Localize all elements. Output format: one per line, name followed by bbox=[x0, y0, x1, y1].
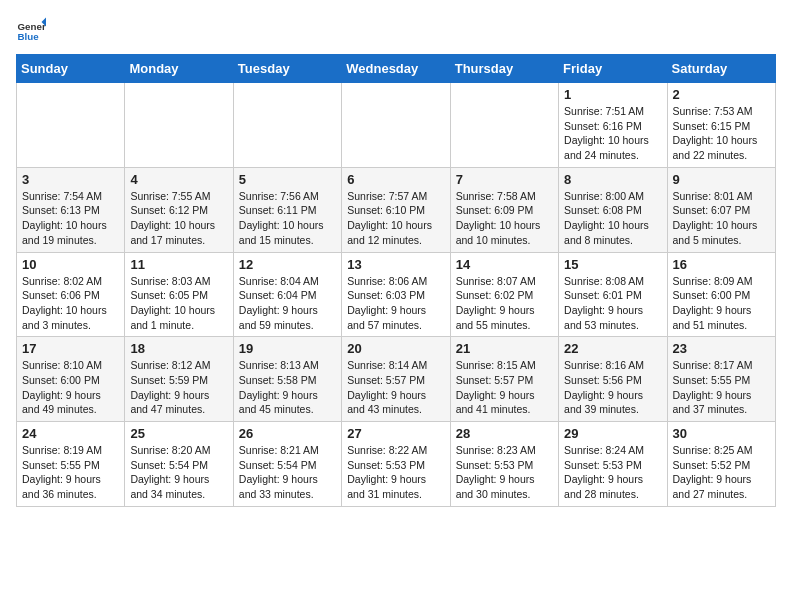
day-number: 8 bbox=[564, 172, 661, 187]
day-number: 15 bbox=[564, 257, 661, 272]
day-number: 16 bbox=[673, 257, 770, 272]
column-header-friday: Friday bbox=[559, 55, 667, 83]
day-info: Sunrise: 8:02 AM Sunset: 6:06 PM Dayligh… bbox=[22, 274, 119, 333]
calendar-cell bbox=[342, 83, 450, 168]
calendar-cell: 4Sunrise: 7:55 AM Sunset: 6:12 PM Daylig… bbox=[125, 167, 233, 252]
calendar-week-row: 17Sunrise: 8:10 AM Sunset: 6:00 PM Dayli… bbox=[17, 337, 776, 422]
column-header-wednesday: Wednesday bbox=[342, 55, 450, 83]
calendar-week-row: 3Sunrise: 7:54 AM Sunset: 6:13 PM Daylig… bbox=[17, 167, 776, 252]
calendar-cell bbox=[17, 83, 125, 168]
day-number: 24 bbox=[22, 426, 119, 441]
day-number: 25 bbox=[130, 426, 227, 441]
day-info: Sunrise: 8:21 AM Sunset: 5:54 PM Dayligh… bbox=[239, 443, 336, 502]
logo: General Blue bbox=[16, 16, 46, 46]
day-info: Sunrise: 8:07 AM Sunset: 6:02 PM Dayligh… bbox=[456, 274, 553, 333]
calendar-cell: 20Sunrise: 8:14 AM Sunset: 5:57 PM Dayli… bbox=[342, 337, 450, 422]
calendar-cell bbox=[125, 83, 233, 168]
day-number: 26 bbox=[239, 426, 336, 441]
calendar-cell bbox=[450, 83, 558, 168]
day-info: Sunrise: 8:09 AM Sunset: 6:00 PM Dayligh… bbox=[673, 274, 770, 333]
day-number: 20 bbox=[347, 341, 444, 356]
day-number: 14 bbox=[456, 257, 553, 272]
day-info: Sunrise: 8:14 AM Sunset: 5:57 PM Dayligh… bbox=[347, 358, 444, 417]
day-info: Sunrise: 8:12 AM Sunset: 5:59 PM Dayligh… bbox=[130, 358, 227, 417]
calendar-cell: 30Sunrise: 8:25 AM Sunset: 5:52 PM Dayli… bbox=[667, 422, 775, 507]
day-info: Sunrise: 8:00 AM Sunset: 6:08 PM Dayligh… bbox=[564, 189, 661, 248]
calendar-cell: 25Sunrise: 8:20 AM Sunset: 5:54 PM Dayli… bbox=[125, 422, 233, 507]
day-number: 7 bbox=[456, 172, 553, 187]
calendar-cell: 15Sunrise: 8:08 AM Sunset: 6:01 PM Dayli… bbox=[559, 252, 667, 337]
day-number: 9 bbox=[673, 172, 770, 187]
calendar-cell: 2Sunrise: 7:53 AM Sunset: 6:15 PM Daylig… bbox=[667, 83, 775, 168]
day-number: 10 bbox=[22, 257, 119, 272]
day-info: Sunrise: 7:51 AM Sunset: 6:16 PM Dayligh… bbox=[564, 104, 661, 163]
day-number: 29 bbox=[564, 426, 661, 441]
day-info: Sunrise: 8:15 AM Sunset: 5:57 PM Dayligh… bbox=[456, 358, 553, 417]
day-number: 18 bbox=[130, 341, 227, 356]
calendar-cell: 7Sunrise: 7:58 AM Sunset: 6:09 PM Daylig… bbox=[450, 167, 558, 252]
day-info: Sunrise: 8:16 AM Sunset: 5:56 PM Dayligh… bbox=[564, 358, 661, 417]
day-info: Sunrise: 8:13 AM Sunset: 5:58 PM Dayligh… bbox=[239, 358, 336, 417]
day-info: Sunrise: 8:17 AM Sunset: 5:55 PM Dayligh… bbox=[673, 358, 770, 417]
calendar-cell: 11Sunrise: 8:03 AM Sunset: 6:05 PM Dayli… bbox=[125, 252, 233, 337]
calendar-cell: 14Sunrise: 8:07 AM Sunset: 6:02 PM Dayli… bbox=[450, 252, 558, 337]
calendar-header-row: SundayMondayTuesdayWednesdayThursdayFrid… bbox=[17, 55, 776, 83]
day-number: 22 bbox=[564, 341, 661, 356]
calendar-cell: 21Sunrise: 8:15 AM Sunset: 5:57 PM Dayli… bbox=[450, 337, 558, 422]
day-number: 6 bbox=[347, 172, 444, 187]
calendar-week-row: 10Sunrise: 8:02 AM Sunset: 6:06 PM Dayli… bbox=[17, 252, 776, 337]
day-info: Sunrise: 8:08 AM Sunset: 6:01 PM Dayligh… bbox=[564, 274, 661, 333]
day-number: 19 bbox=[239, 341, 336, 356]
day-info: Sunrise: 8:20 AM Sunset: 5:54 PM Dayligh… bbox=[130, 443, 227, 502]
calendar-table: SundayMondayTuesdayWednesdayThursdayFrid… bbox=[16, 54, 776, 507]
calendar-cell: 9Sunrise: 8:01 AM Sunset: 6:07 PM Daylig… bbox=[667, 167, 775, 252]
day-info: Sunrise: 7:53 AM Sunset: 6:15 PM Dayligh… bbox=[673, 104, 770, 163]
column-header-sunday: Sunday bbox=[17, 55, 125, 83]
calendar-cell bbox=[233, 83, 341, 168]
calendar-cell: 28Sunrise: 8:23 AM Sunset: 5:53 PM Dayli… bbox=[450, 422, 558, 507]
day-number: 3 bbox=[22, 172, 119, 187]
day-number: 28 bbox=[456, 426, 553, 441]
day-info: Sunrise: 7:57 AM Sunset: 6:10 PM Dayligh… bbox=[347, 189, 444, 248]
column-header-thursday: Thursday bbox=[450, 55, 558, 83]
calendar-cell: 5Sunrise: 7:56 AM Sunset: 6:11 PM Daylig… bbox=[233, 167, 341, 252]
day-info: Sunrise: 8:03 AM Sunset: 6:05 PM Dayligh… bbox=[130, 274, 227, 333]
day-info: Sunrise: 8:10 AM Sunset: 6:00 PM Dayligh… bbox=[22, 358, 119, 417]
day-info: Sunrise: 8:19 AM Sunset: 5:55 PM Dayligh… bbox=[22, 443, 119, 502]
column-header-tuesday: Tuesday bbox=[233, 55, 341, 83]
calendar-cell: 6Sunrise: 7:57 AM Sunset: 6:10 PM Daylig… bbox=[342, 167, 450, 252]
calendar-cell: 29Sunrise: 8:24 AM Sunset: 5:53 PM Dayli… bbox=[559, 422, 667, 507]
day-number: 11 bbox=[130, 257, 227, 272]
day-number: 21 bbox=[456, 341, 553, 356]
calendar-week-row: 1Sunrise: 7:51 AM Sunset: 6:16 PM Daylig… bbox=[17, 83, 776, 168]
calendar-cell: 16Sunrise: 8:09 AM Sunset: 6:00 PM Dayli… bbox=[667, 252, 775, 337]
day-number: 30 bbox=[673, 426, 770, 441]
calendar-week-row: 24Sunrise: 8:19 AM Sunset: 5:55 PM Dayli… bbox=[17, 422, 776, 507]
calendar-cell: 26Sunrise: 8:21 AM Sunset: 5:54 PM Dayli… bbox=[233, 422, 341, 507]
day-number: 23 bbox=[673, 341, 770, 356]
calendar-cell: 13Sunrise: 8:06 AM Sunset: 6:03 PM Dayli… bbox=[342, 252, 450, 337]
day-info: Sunrise: 7:54 AM Sunset: 6:13 PM Dayligh… bbox=[22, 189, 119, 248]
day-number: 12 bbox=[239, 257, 336, 272]
day-number: 27 bbox=[347, 426, 444, 441]
calendar-cell: 22Sunrise: 8:16 AM Sunset: 5:56 PM Dayli… bbox=[559, 337, 667, 422]
calendar-cell: 8Sunrise: 8:00 AM Sunset: 6:08 PM Daylig… bbox=[559, 167, 667, 252]
page-header: General Blue bbox=[16, 16, 776, 46]
calendar-cell: 19Sunrise: 8:13 AM Sunset: 5:58 PM Dayli… bbox=[233, 337, 341, 422]
logo-icon: General Blue bbox=[16, 16, 46, 46]
day-number: 2 bbox=[673, 87, 770, 102]
calendar-cell: 23Sunrise: 8:17 AM Sunset: 5:55 PM Dayli… bbox=[667, 337, 775, 422]
day-info: Sunrise: 8:06 AM Sunset: 6:03 PM Dayligh… bbox=[347, 274, 444, 333]
calendar-cell: 3Sunrise: 7:54 AM Sunset: 6:13 PM Daylig… bbox=[17, 167, 125, 252]
column-header-saturday: Saturday bbox=[667, 55, 775, 83]
day-info: Sunrise: 7:55 AM Sunset: 6:12 PM Dayligh… bbox=[130, 189, 227, 248]
day-number: 1 bbox=[564, 87, 661, 102]
calendar-cell: 27Sunrise: 8:22 AM Sunset: 5:53 PM Dayli… bbox=[342, 422, 450, 507]
day-info: Sunrise: 8:23 AM Sunset: 5:53 PM Dayligh… bbox=[456, 443, 553, 502]
day-number: 13 bbox=[347, 257, 444, 272]
day-number: 5 bbox=[239, 172, 336, 187]
svg-text:Blue: Blue bbox=[18, 31, 40, 42]
calendar-cell: 18Sunrise: 8:12 AM Sunset: 5:59 PM Dayli… bbox=[125, 337, 233, 422]
column-header-monday: Monday bbox=[125, 55, 233, 83]
day-info: Sunrise: 7:56 AM Sunset: 6:11 PM Dayligh… bbox=[239, 189, 336, 248]
